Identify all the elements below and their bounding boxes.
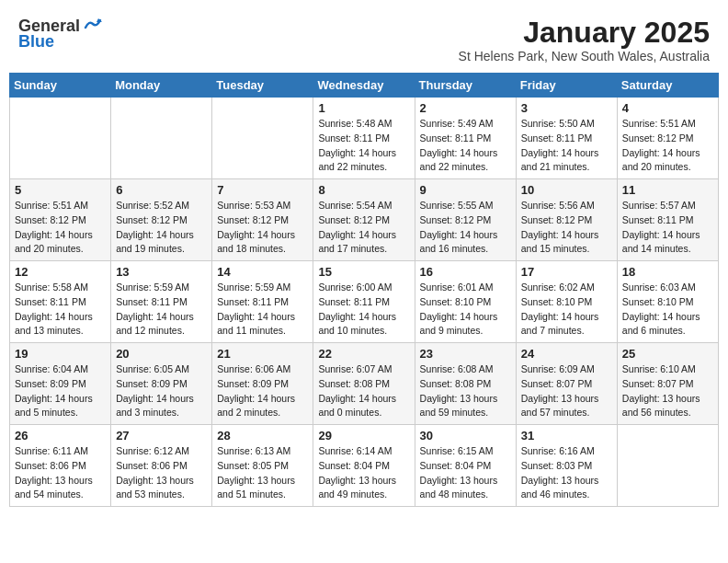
- day-number: 17: [521, 265, 612, 279]
- day-number: 21: [217, 347, 308, 361]
- week-row-3: 12Sunrise: 5:58 AM Sunset: 8:11 PM Dayli…: [10, 261, 719, 343]
- day-number: 24: [521, 347, 612, 361]
- day-info: Sunrise: 5:56 AM Sunset: 8:12 PM Dayligh…: [521, 199, 612, 257]
- week-row-4: 19Sunrise: 6:04 AM Sunset: 8:09 PM Dayli…: [10, 343, 719, 425]
- day-info: Sunrise: 6:05 AM Sunset: 8:09 PM Dayligh…: [116, 362, 207, 420]
- day-number: 18: [622, 265, 713, 279]
- calendar-cell: 4Sunrise: 5:51 AM Sunset: 8:12 PM Daylig…: [617, 98, 718, 179]
- calendar-cell: 20Sunrise: 6:05 AM Sunset: 8:09 PM Dayli…: [111, 343, 212, 425]
- day-number: 31: [521, 429, 612, 442]
- calendar-cell: 31Sunrise: 6:16 AM Sunset: 8:03 PM Dayli…: [516, 425, 617, 507]
- day-info: Sunrise: 6:01 AM Sunset: 8:10 PM Dayligh…: [420, 281, 511, 339]
- day-number: 22: [318, 347, 409, 361]
- day-info: Sunrise: 6:04 AM Sunset: 8:09 PM Dayligh…: [15, 362, 106, 420]
- day-number: 11: [622, 183, 713, 197]
- day-info: Sunrise: 6:00 AM Sunset: 8:11 PM Dayligh…: [318, 281, 409, 339]
- day-info: Sunrise: 5:55 AM Sunset: 8:12 PM Dayligh…: [420, 199, 511, 257]
- page-header: General Blue January 2025 St Helens Park…: [9, 9, 719, 67]
- day-info: Sunrise: 5:49 AM Sunset: 8:11 PM Dayligh…: [420, 117, 511, 175]
- calendar-cell: 8Sunrise: 5:54 AM Sunset: 8:12 PM Daylig…: [313, 179, 415, 261]
- day-info: Sunrise: 5:59 AM Sunset: 8:11 PM Dayligh…: [217, 281, 308, 339]
- calendar-cell: 14Sunrise: 5:59 AM Sunset: 8:11 PM Dayli…: [212, 261, 313, 343]
- day-number: 13: [116, 265, 207, 279]
- week-row-1: 1Sunrise: 5:48 AM Sunset: 8:11 PM Daylig…: [10, 98, 719, 179]
- day-info: Sunrise: 6:14 AM Sunset: 8:04 PM Dayligh…: [318, 444, 409, 502]
- day-info: Sunrise: 5:59 AM Sunset: 8:11 PM Dayligh…: [116, 281, 207, 339]
- day-info: Sunrise: 6:13 AM Sunset: 8:05 PM Dayligh…: [217, 444, 308, 502]
- calendar-cell: [617, 425, 718, 507]
- calendar-cell: 11Sunrise: 5:57 AM Sunset: 8:11 PM Dayli…: [617, 179, 718, 261]
- col-header-saturday: Saturday: [617, 74, 718, 98]
- calendar-cell: 7Sunrise: 5:53 AM Sunset: 8:12 PM Daylig…: [212, 179, 313, 261]
- day-info: Sunrise: 5:52 AM Sunset: 8:12 PM Dayligh…: [116, 199, 207, 257]
- day-info: Sunrise: 6:02 AM Sunset: 8:10 PM Dayligh…: [521, 281, 612, 339]
- day-number: 10: [521, 183, 612, 197]
- day-number: 20: [116, 347, 207, 361]
- calendar-cell: 5Sunrise: 5:51 AM Sunset: 8:12 PM Daylig…: [10, 179, 111, 261]
- title-block: January 2025 St Helens Park, New South W…: [459, 17, 710, 63]
- day-info: Sunrise: 6:10 AM Sunset: 8:07 PM Dayligh…: [622, 362, 713, 420]
- day-number: 27: [116, 429, 207, 442]
- col-header-friday: Friday: [516, 74, 617, 98]
- day-info: Sunrise: 5:50 AM Sunset: 8:11 PM Dayligh…: [521, 117, 612, 175]
- calendar-cell: 25Sunrise: 6:10 AM Sunset: 8:07 PM Dayli…: [617, 343, 718, 425]
- calendar-header-row: SundayMondayTuesdayWednesdayThursdayFrid…: [10, 74, 719, 98]
- col-header-tuesday: Tuesday: [212, 74, 313, 98]
- day-number: 5: [15, 183, 106, 197]
- day-number: 4: [622, 101, 713, 115]
- calendar-cell: 17Sunrise: 6:02 AM Sunset: 8:10 PM Dayli…: [516, 261, 617, 343]
- day-number: 9: [420, 183, 511, 197]
- day-number: 25: [622, 347, 713, 361]
- calendar-cell: 16Sunrise: 6:01 AM Sunset: 8:10 PM Dayli…: [415, 261, 516, 343]
- calendar-cell: 18Sunrise: 6:03 AM Sunset: 8:10 PM Dayli…: [617, 261, 718, 343]
- calendar-cell: 28Sunrise: 6:13 AM Sunset: 8:05 PM Dayli…: [212, 425, 313, 507]
- calendar-cell: [10, 98, 111, 179]
- col-header-sunday: Sunday: [10, 74, 111, 98]
- calendar-cell: 3Sunrise: 5:50 AM Sunset: 8:11 PM Daylig…: [516, 98, 617, 179]
- day-number: 2: [420, 101, 511, 115]
- calendar-cell: 10Sunrise: 5:56 AM Sunset: 8:12 PM Dayli…: [516, 179, 617, 261]
- calendar-cell: 23Sunrise: 6:08 AM Sunset: 8:08 PM Dayli…: [415, 343, 516, 425]
- day-number: 6: [116, 183, 207, 197]
- calendar-cell: 27Sunrise: 6:12 AM Sunset: 8:06 PM Dayli…: [111, 425, 212, 507]
- day-number: 26: [15, 429, 106, 442]
- location-subtitle: St Helens Park, New South Wales, Austral…: [459, 49, 710, 63]
- calendar-cell: [212, 98, 313, 179]
- day-number: 23: [420, 347, 511, 361]
- day-info: Sunrise: 5:53 AM Sunset: 8:12 PM Dayligh…: [217, 199, 308, 257]
- calendar-cell: 12Sunrise: 5:58 AM Sunset: 8:11 PM Dayli…: [10, 261, 111, 343]
- calendar-cell: 19Sunrise: 6:04 AM Sunset: 8:09 PM Dayli…: [10, 343, 111, 425]
- day-number: 30: [420, 429, 511, 442]
- day-number: 7: [217, 183, 308, 197]
- calendar-cell: [111, 98, 212, 179]
- day-number: 29: [318, 429, 409, 442]
- month-title: January 2025: [459, 17, 710, 49]
- calendar-cell: 21Sunrise: 6:06 AM Sunset: 8:09 PM Dayli…: [212, 343, 313, 425]
- day-number: 16: [420, 265, 511, 279]
- day-number: 1: [318, 101, 409, 115]
- calendar-table: SundayMondayTuesdayWednesdayThursdayFrid…: [9, 73, 719, 507]
- col-header-wednesday: Wednesday: [313, 74, 415, 98]
- logo-blue: Blue: [18, 33, 54, 50]
- calendar-cell: 26Sunrise: 6:11 AM Sunset: 8:06 PM Dayli…: [10, 425, 111, 507]
- day-info: Sunrise: 6:11 AM Sunset: 8:06 PM Dayligh…: [15, 444, 106, 502]
- calendar-cell: 30Sunrise: 6:15 AM Sunset: 8:04 PM Dayli…: [415, 425, 516, 507]
- calendar-cell: 22Sunrise: 6:07 AM Sunset: 8:08 PM Dayli…: [313, 343, 415, 425]
- day-info: Sunrise: 6:07 AM Sunset: 8:08 PM Dayligh…: [318, 362, 409, 420]
- day-info: Sunrise: 5:51 AM Sunset: 8:12 PM Dayligh…: [15, 199, 106, 257]
- calendar-cell: 24Sunrise: 6:09 AM Sunset: 8:07 PM Dayli…: [516, 343, 617, 425]
- day-info: Sunrise: 6:09 AM Sunset: 8:07 PM Dayligh…: [521, 362, 612, 420]
- col-header-monday: Monday: [111, 74, 212, 98]
- day-info: Sunrise: 6:06 AM Sunset: 8:09 PM Dayligh…: [217, 362, 308, 420]
- week-row-5: 26Sunrise: 6:11 AM Sunset: 8:06 PM Dayli…: [10, 425, 719, 507]
- logo: General Blue: [18, 17, 102, 50]
- day-info: Sunrise: 6:08 AM Sunset: 8:08 PM Dayligh…: [420, 362, 511, 420]
- calendar-cell: 13Sunrise: 5:59 AM Sunset: 8:11 PM Dayli…: [111, 261, 212, 343]
- logo-wave-icon: [82, 15, 102, 35]
- calendar-cell: 2Sunrise: 5:49 AM Sunset: 8:11 PM Daylig…: [415, 98, 516, 179]
- day-info: Sunrise: 6:12 AM Sunset: 8:06 PM Dayligh…: [116, 444, 207, 502]
- day-number: 12: [15, 265, 106, 279]
- day-info: Sunrise: 5:57 AM Sunset: 8:11 PM Dayligh…: [622, 199, 713, 257]
- day-number: 28: [217, 429, 308, 442]
- day-info: Sunrise: 6:03 AM Sunset: 8:10 PM Dayligh…: [622, 281, 713, 339]
